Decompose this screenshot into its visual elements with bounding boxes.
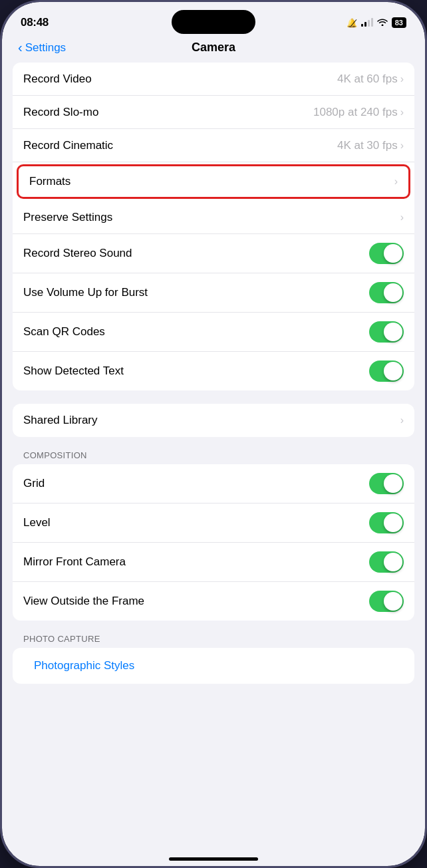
level-toggle[interactable] [369,512,404,533]
record-stereo-sound-row[interactable]: Record Stereo Sound [13,234,414,273]
bell-slash-icon: 🔔̸ [347,18,357,28]
level-label: Level [23,516,51,529]
volume-burst-toggle[interactable] [369,282,404,303]
battery-icon: 83 [392,17,406,28]
photographic-styles-row[interactable]: Photographic Styles [13,648,414,684]
preserve-settings-label: Preserve Settings [23,211,112,224]
record-cinematic-value: 4K at 30 fps › [337,139,404,152]
record-stereo-sound-toggle[interactable] [369,243,404,264]
level-row[interactable]: Level [13,504,414,543]
status-time: 08:48 [21,16,49,29]
composition-section-label: COMPOSITION [13,450,414,460]
content-area: Record Video 4K at 60 fps › Record Slo-m… [2,63,425,697]
formats-wrapper: Formats › [13,162,414,201]
chevron-icon: › [400,414,404,426]
scan-qr-row[interactable]: Scan QR Codes [13,313,414,352]
chevron-icon: › [394,176,398,188]
page-title: Camera [192,41,235,55]
preserve-settings-row[interactable]: Preserve Settings › [13,201,414,234]
chevron-icon: › [400,106,404,118]
back-label: Settings [25,41,66,55]
back-button[interactable]: ‹ Settings [18,40,66,55]
battery-level: 83 [392,17,406,28]
record-slomo-row[interactable]: Record Slo-mo 1080p at 240 fps › [13,96,414,129]
video-settings-group: Record Video 4K at 60 fps › Record Slo-m… [13,63,414,390]
record-cinematic-label: Record Cinematic [23,139,113,152]
record-video-label: Record Video [23,72,92,86]
record-slomo-label: Record Slo-mo [23,106,98,119]
show-detected-text-row[interactable]: Show Detected Text [13,352,414,390]
mirror-front-camera-row[interactable]: Mirror Front Camera [13,543,414,582]
formats-label: Formats [29,175,71,188]
view-outside-frame-label: View Outside the Frame [23,595,144,608]
formats-row[interactable]: Formats › [17,164,410,199]
photo-capture-section: PHOTO CAPTURE Photographic Styles [13,634,414,684]
home-indicator [169,857,258,861]
photo-capture-group: Photographic Styles [13,648,414,684]
grid-row[interactable]: Grid [13,464,414,504]
shared-library-label: Shared Library [23,414,98,427]
volume-burst-label: Use Volume Up for Burst [23,286,148,299]
status-icons: 🔔̸ 83 [347,17,406,28]
scan-qr-toggle[interactable] [369,321,404,343]
composition-group: Grid Level Mirror Front Camera [13,464,414,621]
grid-label: Grid [23,477,45,490]
phone-screen: 08:48 🔔̸ 83 [2,2,425,866]
chevron-icon: › [400,140,404,152]
signal-icon [361,19,373,27]
chevron-icon: › [400,212,404,223]
shared-library-row[interactable]: Shared Library › [13,404,414,437]
grid-toggle[interactable] [369,473,404,494]
photo-capture-section-label: PHOTO CAPTURE [13,634,414,644]
dynamic-island [172,10,255,34]
show-detected-text-label: Show Detected Text [23,364,124,378]
back-chevron-icon: ‹ [18,40,23,55]
record-stereo-sound-label: Record Stereo Sound [23,247,132,260]
record-cinematic-row[interactable]: Record Cinematic 4K at 30 fps › [13,129,414,162]
phone-frame: 08:48 🔔̸ 83 [0,0,427,868]
show-detected-text-toggle[interactable] [369,361,404,382]
wifi-icon [377,17,388,28]
mirror-front-camera-toggle[interactable] [369,551,404,573]
scan-qr-label: Scan QR Codes [23,325,105,339]
nav-header: ‹ Settings Camera [2,38,425,63]
view-outside-frame-row[interactable]: View Outside the Frame [13,582,414,621]
record-slomo-value: 1080p at 240 fps › [313,106,404,119]
shared-library-group: Shared Library › [13,404,414,437]
composition-section: COMPOSITION Grid Level Mirror Front Came… [13,450,414,621]
record-video-value: 4K at 60 fps › [337,72,404,86]
view-outside-frame-toggle[interactable] [369,591,404,612]
photographic-styles-label: Photographic Styles [23,656,145,675]
chevron-icon: › [400,73,404,85]
record-video-row[interactable]: Record Video 4K at 60 fps › [13,63,414,96]
volume-burst-row[interactable]: Use Volume Up for Burst [13,273,414,313]
mirror-front-camera-label: Mirror Front Camera [23,555,126,569]
